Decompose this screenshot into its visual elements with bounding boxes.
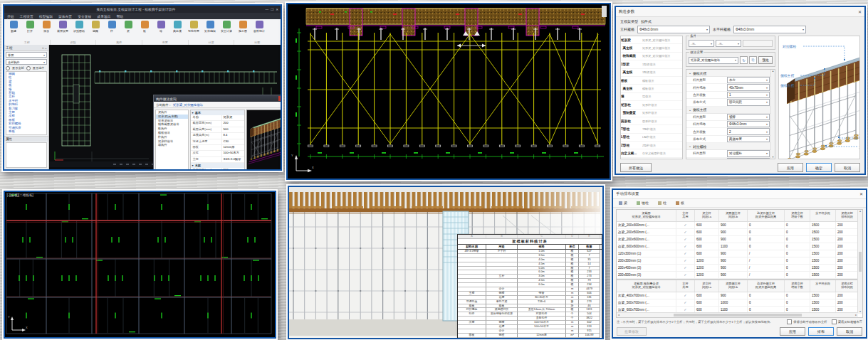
category-tab[interactable]: 梁 bbox=[617, 200, 629, 206]
table-header-cell[interactable]: 立杆 共用 bbox=[676, 210, 695, 221]
close-icon[interactable]: ✕ bbox=[859, 191, 863, 196]
table-row[interactable]: 边梁_500x700mm (...✓ 6001000 00 1500200 2 bbox=[617, 299, 858, 307]
component-method-list[interactable]: 矩形梁 矩形梁_对拉螺栓做法 高支模 矩形梁_对拉螺栓做法 特殊截面 bbox=[620, 36, 683, 159]
scrollbar-horizontal[interactable]: ◄► bbox=[617, 312, 858, 317]
table-header-cell[interactable]: 梁两侧立杆 间距Lb bbox=[719, 280, 748, 292]
hbar-spec-select[interactable]: Φ48x3.0mm bbox=[733, 26, 806, 33]
condition-select-1[interactable]: -无- bbox=[689, 40, 714, 47]
scrollbar-vertical[interactable]: ▲▼ bbox=[857, 210, 862, 313]
method-list-item[interactable]: 1型梁 1型梁做法 bbox=[621, 60, 682, 68]
property-row[interactable]: 立杆纵距(mm)600 bbox=[191, 168, 244, 171]
scaffold-3d-preview[interactable]: 对拉螺栓 侧模主楞 侧模次楞 水平杆 立杆 底模主楞 底模次楞 bbox=[778, 36, 860, 159]
table-row[interactable]: 120x300mm (1)✓ 600900 /0 1500200 2 bbox=[617, 250, 858, 257]
property-row[interactable]: 主楞Φ48×3.0钢管 bbox=[191, 157, 244, 163]
checkbox-icon[interactable] bbox=[787, 319, 792, 324]
method-list-item[interactable]: 预制叠置 矩形柱做法 bbox=[621, 110, 682, 117]
radio-show-all[interactable] bbox=[6, 66, 10, 70]
table-header-cell[interactable]: 梁截面-预制叠合梁 矩形梁_对拉螺栓做法 bbox=[617, 280, 676, 292]
ribbon-button[interactable]: 架体编辑 bbox=[202, 21, 218, 33]
method-list-item[interactable]: 特殊截面 矩形梁_对拉螺栓做法 bbox=[621, 53, 682, 60]
table-header-cell[interactable]: 梁两侧立杆 间距Lb bbox=[719, 210, 748, 221]
tree-item[interactable]: 扣件 bbox=[6, 134, 46, 136]
table-header-cell[interactable]: 水平杆步距 bbox=[810, 280, 836, 292]
ribbon-tab[interactable]: 架体布置 bbox=[56, 13, 75, 19]
all-methods-button[interactable]: 所有做法 bbox=[620, 163, 652, 172]
category-tab[interactable]: 墙柱 bbox=[634, 200, 651, 206]
refresh-icon[interactable]: ↻ bbox=[740, 56, 748, 64]
table-row[interactable]: 边梁_600x600mm (...✓ 6001100 00 1500200 2 bbox=[617, 243, 858, 250]
method-list-item[interactable]: 楼板 楼板做法 bbox=[621, 77, 682, 85]
method-list-item[interactable]: 高支模 楼板做法 bbox=[621, 85, 682, 92]
table-header-cell[interactable]: 水平杆步距 bbox=[810, 210, 836, 221]
table-row[interactable]: 200x500mm (3)✓ 1200900 /0 1500200 2 bbox=[617, 272, 858, 279]
property-row[interactable]: 面板12mm厚 bbox=[191, 145, 244, 151]
table-header-cell[interactable]: 梁立杆 间距La bbox=[695, 280, 719, 292]
model-canvas[interactable]: 构件做法查询 ✕ 当前构件： 矩形梁_对拉螺栓做法 梁构件矩形梁(高支模)矩形梁… bbox=[49, 45, 281, 169]
close-icon[interactable]: ✕ bbox=[858, 9, 862, 14]
caret-down-icon[interactable]: ⌄ bbox=[689, 108, 691, 112]
table-header-cell[interactable]: 梁底次楞 排布间距 bbox=[836, 280, 859, 292]
maximize-icon[interactable]: ❐ bbox=[271, 8, 273, 11]
pole-spec-select[interactable]: Φ48x3.0mm bbox=[637, 26, 710, 33]
table-header-cell[interactable]: 边梁外侧立杆 距梁外侧边距离 bbox=[748, 210, 785, 221]
dialog-title-bar[interactable]: 手动排布设置 ✕ bbox=[613, 190, 866, 199]
condition-value-input[interactable] bbox=[743, 40, 773, 47]
caret-down-icon[interactable]: ▾ bbox=[192, 164, 194, 167]
method-list-item[interactable]: 矩形柱 矩形柱做法 bbox=[621, 101, 682, 109]
method-list-item[interactable]: 高支模 矩形梁_对拉螺栓做法 bbox=[621, 44, 682, 52]
minimize-icon[interactable]: — bbox=[265, 8, 268, 11]
ribbon-button[interactable]: 识别图纸 bbox=[71, 21, 87, 33]
save-icon[interactable]: ⎘ bbox=[749, 56, 757, 64]
apply-button[interactable]: 应用 bbox=[780, 327, 805, 336]
ribbon-button[interactable]: 轴网 bbox=[88, 21, 103, 33]
condition-select-2[interactable]: -无- bbox=[716, 40, 741, 47]
ribbon-tab[interactable]: 帮助 bbox=[114, 13, 127, 19]
table-header-cell[interactable]: 边梁外侧立杆 距梁外侧边距离 bbox=[748, 280, 785, 292]
ribbon-button[interactable]: 高支模 bbox=[169, 21, 185, 33]
ribbon-button[interactable]: 新建 bbox=[6, 21, 21, 33]
ribbon-tab[interactable]: 安全复核 bbox=[75, 13, 94, 19]
plan-cad-canvas[interactable]: XY bbox=[5, 192, 273, 335]
table-row[interactable]: 次梁_400x700mm (...✓ 600900 00 1500200 2 bbox=[617, 292, 858, 299]
arrange-button[interactable]: 排布 bbox=[808, 327, 834, 336]
checkbox-icon[interactable] bbox=[832, 319, 837, 324]
table-header-cell[interactable]: 梁底次楞 排布间距 bbox=[836, 210, 859, 221]
table-header-cell[interactable]: 梁底立杆 增设个数 bbox=[785, 210, 810, 221]
pin-icon[interactable]: ▾ ⚊ bbox=[42, 46, 47, 50]
dialog-3d-preview[interactable] bbox=[246, 110, 282, 171]
ribbon-button[interactable]: 墙 bbox=[153, 21, 169, 33]
category-tab[interactable]: 板 bbox=[674, 200, 686, 206]
preview-button[interactable]: 预览 bbox=[758, 56, 773, 64]
dialog-title-bar[interactable]: 构件做法查询 ✕ bbox=[154, 95, 282, 102]
batch-edit-button[interactable]: 批量修改 bbox=[617, 327, 647, 336]
property-row[interactable]: 截面宽度(mm)200 bbox=[191, 121, 244, 127]
ribbon-button[interactable]: 梁 bbox=[120, 21, 136, 33]
dialog-title-bar[interactable]: 构造参数 ✕ bbox=[616, 7, 864, 17]
ok-button[interactable]: 确定 bbox=[806, 163, 832, 172]
method-list-item[interactable]: 自定义截... 自定义截面柱做法 bbox=[621, 149, 682, 157]
cancel-button[interactable]: 取消 bbox=[835, 163, 860, 172]
ribbon-tab[interactable]: 成果输出 bbox=[94, 13, 113, 19]
method-select[interactable]: 矩形梁_对拉螺栓做法 bbox=[689, 57, 738, 64]
method-list-item[interactable]: Z型柱 Z型柱做法 bbox=[621, 142, 682, 149]
method-list-item[interactable]: 墙 墙做法 bbox=[621, 93, 682, 101]
ribbon-button[interactable]: 保存 bbox=[38, 21, 54, 33]
table-row[interactable]: 200x300mm (1)✓ 1200900 /0 1500200 2 bbox=[617, 257, 858, 265]
ribbon-tab[interactable]: 工程设置 bbox=[17, 13, 36, 19]
ribbon-button[interactable]: 智能布置 bbox=[186, 21, 202, 33]
ribbon-tab[interactable]: 开始 bbox=[4, 13, 17, 19]
ribbon-button[interactable]: 施工图 bbox=[235, 21, 251, 33]
caret-down-icon[interactable]: ▾ bbox=[192, 111, 194, 115]
scrollbar-vertical[interactable]: ▲▼ bbox=[770, 70, 775, 159]
table-row[interactable]: 边梁_200x500mm (...✓ 600900 00 1500200 2 bbox=[617, 229, 858, 236]
table-header-cell[interactable]: 立杆 共用 bbox=[676, 280, 695, 292]
ribbon-button[interactable]: 材料统计 bbox=[251, 21, 267, 33]
apply-button[interactable]: 应用 bbox=[778, 163, 803, 172]
method-list-item[interactable]: L型柱 L型柱做法 bbox=[621, 134, 682, 142]
checkbox-keep-manual[interactable]: 保留当前手动修改的立杆 bbox=[787, 319, 827, 324]
component-tree[interactable]: 轴网柱梁板墙基础立杆水平杆扫地杆剪刀撑主楞次楞面板对拉螺栓可调托座垫板扣件安全网 bbox=[6, 71, 47, 135]
close-icon[interactable]: ✕ bbox=[278, 96, 282, 101]
dialog-tree[interactable]: 梁构件矩形梁(高支模)矩形梁做法特殊截面梁做法板构件楼板做法柱构件矩形柱做法墙构… bbox=[155, 110, 189, 171]
property-row[interactable]: 名称矩形梁 bbox=[191, 115, 244, 121]
floor-select[interactable]: 首层 bbox=[6, 52, 47, 58]
